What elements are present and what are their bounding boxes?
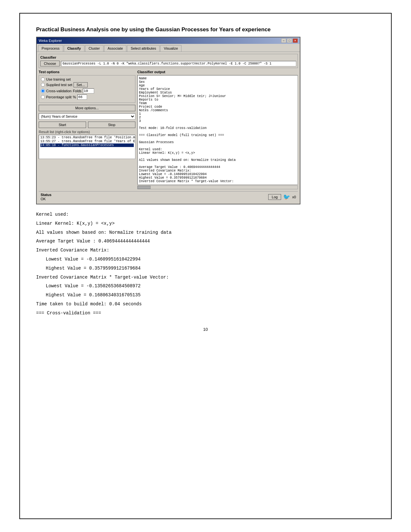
output-line-20: Kernel used: [139, 148, 296, 151]
output-line-7: Team [139, 102, 296, 105]
set-button[interactable]: Set... [73, 82, 88, 87]
time-taken-line: Time taken to build model: 0.04 seconds [36, 300, 375, 308]
page-title: Practical Business Analysis one by using… [36, 26, 375, 33]
output-line-22 [139, 155, 296, 158]
output-line-13 [139, 123, 296, 126]
lowest1-line: Lowest Value = -0.14609951610422994 [36, 256, 375, 263]
output-line-29: Inverted Covariance Matrix * Target-valu… [139, 180, 296, 183]
output-line-9: Notes /comments [139, 109, 296, 112]
output-line-14: Test mode: 10-fold cross-validation [139, 126, 296, 130]
weka-window-title: Weka Explorer [39, 39, 62, 43]
classifier-row: Choose GaussianProcesses -L 1.0 -N 0 -K … [40, 61, 296, 66]
output-line-5: Position S= Senior; M= Middle teir; J=Ju… [139, 94, 296, 98]
tab-select-attributes[interactable]: Select attributes [127, 45, 160, 52]
radio-supplied-test-label: Supplied test set [46, 83, 72, 87]
radio-percentage-input[interactable] [41, 95, 45, 99]
output-line-2: Age [139, 84, 296, 87]
radio-supplied-test-input[interactable] [41, 83, 45, 87]
result-list-label: Result list (right-click for options) [39, 130, 135, 134]
choose-button[interactable]: Choose [40, 61, 60, 66]
result-item-1[interactable]: 13:55:27 - trees.RandomTree from file 'Y… [40, 140, 134, 143]
left-panel: Test options Use training set Supplied t… [39, 70, 135, 189]
radio-cross-validation: Cross-validation Folds [41, 88, 133, 94]
main-content: Test options Use training set Supplied t… [39, 70, 298, 189]
right-panel: Classifier output Name Sex Age Years of … [137, 70, 298, 189]
status-label: Status [41, 193, 52, 197]
result-item-2[interactable]: 14:05:18 - functions.GaussianProcesses [40, 143, 134, 147]
weka-window: Weka Explorer – □ ✕ Preprocess Classify … [36, 37, 300, 204]
classifier-text: GaussianProcesses -L 1.0 -N 0 -K "weka.c… [61, 61, 296, 66]
log-button[interactable]: Log [268, 194, 281, 200]
titlebar-controls: – □ ✕ [281, 38, 298, 43]
status-bar: Status OK Log 🐦 x0 [39, 191, 298, 202]
highest1-line: Highest Value = 0.35795999121679684 [36, 265, 375, 272]
output-line-19 [139, 144, 296, 148]
x0-label: x0 [292, 195, 296, 199]
output-line-24 [139, 162, 296, 165]
output-line-8: Project code [139, 105, 296, 109]
stop-button[interactable]: Stop [88, 122, 135, 128]
weka-tabs: Preprocess Classify Cluster Associate Se… [37, 44, 300, 52]
output-line-0: Name [139, 77, 296, 80]
output-line-10: 1 [139, 112, 296, 116]
attribute-dropdown[interactable]: (Num) Years of Service [39, 113, 135, 120]
pct-input[interactable] [77, 94, 87, 100]
horizontal-scrollbar[interactable] [137, 185, 298, 189]
inverted-cov2-line: Inverted Covariance Matrix * Target-valu… [36, 274, 375, 281]
output-line-27: Lowest Value = -0.14609951610422994 [139, 172, 296, 176]
linear-kernel-line: Linear Kernel: K(x,y) = <x,y> [36, 220, 375, 228]
status-text: OK [41, 197, 52, 201]
output-line-26: Inverted Covariance Matrix: [139, 169, 296, 172]
folds-input[interactable] [83, 88, 94, 94]
test-options-box: Use training set Supplied test set Set..… [39, 75, 135, 103]
tab-classify[interactable]: Classify [64, 45, 84, 52]
weka-body: Classifier Choose GaussianProcesses -L 1… [37, 52, 300, 204]
output-line-6: Reports to [139, 98, 296, 102]
start-button[interactable]: Start [39, 122, 86, 128]
status-right: Log 🐦 x0 [268, 193, 296, 201]
result-item-0[interactable]: 13:55:23 - trees.RandomTree from file 'P… [40, 136, 134, 139]
minimize-button[interactable]: – [281, 38, 286, 43]
scrollbar-thumb[interactable] [138, 186, 151, 189]
tab-cluster[interactable]: Cluster [85, 45, 103, 52]
cross-validation-line: === Cross-validation === [36, 310, 375, 317]
tab-associate[interactable]: Associate [104, 45, 127, 52]
page-number: 10 [36, 327, 375, 332]
classifier-section: Classifier Choose GaussianProcesses -L 1… [39, 54, 298, 68]
output-line-28: Highest Value = 0.35795999121679684 [139, 176, 296, 180]
kernel-used-line: Kernel used: [36, 211, 375, 219]
radio-percentage-label: Percentage split [46, 95, 72, 99]
folds-label: Folds [73, 89, 82, 93]
radio-use-training: Use training set [41, 77, 133, 81]
tab-visualize[interactable]: Visualize [160, 45, 181, 52]
classifier-section-label: Classifier [40, 55, 296, 59]
maximize-button[interactable]: □ [287, 38, 292, 43]
text-content: Kernel used: Linear Kernel: K(x,y) = <x,… [36, 211, 375, 317]
more-options-button[interactable]: More options... [39, 105, 135, 111]
classifier-output-box[interactable]: Name Sex Age Years of Service Employment… [137, 75, 298, 185]
result-list-box[interactable]: 13:55:23 - trees.RandomTree from file 'P… [39, 135, 135, 159]
output-line-15 [139, 130, 296, 133]
output-line-21: Linear Kernel: K(x,y) = <x,y> [139, 151, 296, 155]
output-line-18: Gaussian Processes [139, 141, 296, 144]
inverted-cov-line: Inverted Covariance Matrix: [36, 247, 375, 254]
radio-supplied-test: Supplied test set Set... [41, 82, 133, 87]
output-line-25: Average Target Value : 0.406944444444444… [139, 165, 296, 169]
close-button[interactable]: ✕ [293, 38, 298, 43]
output-line-17 [139, 137, 296, 141]
average-target-line: Average Target Value : 0.406944444444444… [36, 238, 375, 245]
output-line-1: Sex [139, 80, 296, 84]
test-options-header: Test options [39, 70, 135, 74]
radio-cross-validation-input[interactable] [41, 89, 45, 93]
output-line-12: 3 [139, 119, 296, 123]
output-line-4: Employment Status [139, 91, 296, 94]
radio-use-training-input[interactable] [41, 77, 45, 81]
output-line-3: Years of Service [139, 87, 296, 91]
start-stop-row: Start Stop [39, 122, 135, 128]
status-section: Status OK [41, 193, 52, 201]
output-line-23: All values shown based on: Normalize tra… [139, 158, 296, 162]
highest2-line: Highest Value = 0.16806340316705135 [36, 291, 375, 299]
radio-use-training-label: Use training set [46, 77, 71, 81]
tab-preprocess[interactable]: Preprocess [38, 45, 63, 52]
pct-label: % [73, 95, 76, 99]
